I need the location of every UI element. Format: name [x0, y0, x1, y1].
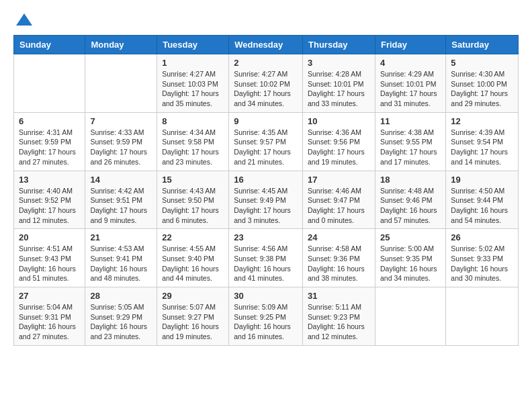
day-info: Sunrise: 4:43 AMSunset: 9:50 PMDaylight:…	[162, 186, 224, 226]
calendar-cell: 6Sunrise: 4:31 AMSunset: 9:59 PMDaylight…	[14, 112, 85, 171]
day-number: 1	[162, 58, 224, 68]
calendar-cell	[446, 287, 519, 346]
day-number: 23	[234, 232, 298, 242]
calendar-cell: 26Sunrise: 5:02 AMSunset: 9:33 PMDayligh…	[446, 229, 519, 287]
calendar-header-monday: Monday	[85, 36, 157, 54]
calendar-cell: 14Sunrise: 4:42 AMSunset: 9:51 PMDayligh…	[85, 171, 157, 229]
calendar-cell: 8Sunrise: 4:34 AMSunset: 9:58 PMDaylight…	[157, 112, 229, 171]
day-info: Sunrise: 4:27 AMSunset: 10:03 PMDaylight…	[162, 69, 224, 109]
day-info: Sunrise: 4:56 AMSunset: 9:38 PMDaylight:…	[234, 244, 298, 283]
calendar-cell	[14, 54, 85, 113]
day-number: 7	[90, 116, 152, 126]
calendar-cell: 28Sunrise: 5:05 AMSunset: 9:29 PMDayligh…	[85, 287, 157, 346]
day-info: Sunrise: 5:09 AMSunset: 9:25 PMDaylight:…	[234, 302, 298, 342]
calendar-cell: 3Sunrise: 4:28 AMSunset: 10:01 PMDayligh…	[303, 54, 375, 113]
logo	[13, 11, 34, 30]
calendar-header-wednesday: Wednesday	[229, 36, 303, 54]
calendar-week-2: 6Sunrise: 4:31 AMSunset: 9:59 PMDaylight…	[14, 112, 519, 171]
day-number: 21	[90, 232, 152, 242]
calendar-header-saturday: Saturday	[446, 36, 519, 54]
calendar-header-thursday: Thursday	[303, 36, 375, 54]
day-number: 5	[451, 58, 513, 68]
calendar-cell: 16Sunrise: 4:45 AMSunset: 9:49 PMDayligh…	[229, 171, 303, 229]
day-number: 9	[234, 116, 298, 126]
calendar-cell: 15Sunrise: 4:43 AMSunset: 9:50 PMDayligh…	[157, 171, 229, 229]
calendar-cell: 10Sunrise: 4:36 AMSunset: 9:56 PMDayligh…	[303, 112, 375, 171]
day-info: Sunrise: 4:53 AMSunset: 9:41 PMDaylight:…	[90, 244, 152, 283]
calendar-header-row: SundayMondayTuesdayWednesdayThursdayFrid…	[14, 36, 519, 54]
calendar-header-friday: Friday	[375, 36, 445, 54]
calendar-cell: 19Sunrise: 4:50 AMSunset: 9:44 PMDayligh…	[446, 171, 519, 229]
logo-icon	[15, 11, 34, 30]
day-number: 30	[234, 291, 298, 301]
calendar-cell	[85, 54, 157, 113]
calendar-cell: 22Sunrise: 4:55 AMSunset: 9:40 PMDayligh…	[157, 229, 229, 287]
day-info: Sunrise: 4:36 AMSunset: 9:56 PMDaylight:…	[308, 128, 370, 167]
calendar-cell	[375, 287, 445, 346]
day-number: 6	[19, 116, 80, 126]
calendar-cell: 29Sunrise: 5:07 AMSunset: 9:27 PMDayligh…	[157, 287, 229, 346]
svg-marker-0	[16, 13, 32, 26]
calendar-cell: 1Sunrise: 4:27 AMSunset: 10:03 PMDayligh…	[157, 54, 229, 113]
day-info: Sunrise: 5:02 AMSunset: 9:33 PMDaylight:…	[451, 244, 513, 283]
day-info: Sunrise: 4:40 AMSunset: 9:52 PMDaylight:…	[19, 186, 80, 226]
calendar-cell: 5Sunrise: 4:30 AMSunset: 10:00 PMDayligh…	[446, 54, 519, 113]
day-info: Sunrise: 4:48 AMSunset: 9:46 PMDaylight:…	[380, 186, 441, 226]
calendar-cell: 4Sunrise: 4:29 AMSunset: 10:01 PMDayligh…	[375, 54, 445, 113]
day-info: Sunrise: 4:46 AMSunset: 9:47 PMDaylight:…	[308, 186, 370, 226]
day-info: Sunrise: 4:58 AMSunset: 9:36 PMDaylight:…	[308, 244, 370, 283]
calendar-cell: 20Sunrise: 4:51 AMSunset: 9:43 PMDayligh…	[14, 229, 85, 287]
day-number: 31	[308, 291, 370, 301]
day-info: Sunrise: 4:34 AMSunset: 9:58 PMDaylight:…	[162, 128, 224, 167]
day-number: 14	[90, 175, 152, 185]
day-number: 19	[451, 175, 513, 185]
day-info: Sunrise: 5:05 AMSunset: 9:29 PMDaylight:…	[90, 302, 152, 342]
calendar-table: SundayMondayTuesdayWednesdayThursdayFrid…	[13, 35, 519, 346]
day-number: 24	[308, 232, 370, 242]
day-number: 13	[19, 175, 80, 185]
day-number: 15	[162, 175, 224, 185]
calendar-cell: 21Sunrise: 4:53 AMSunset: 9:41 PMDayligh…	[85, 229, 157, 287]
day-number: 20	[19, 232, 80, 242]
calendar-cell: 23Sunrise: 4:56 AMSunset: 9:38 PMDayligh…	[229, 229, 303, 287]
day-info: Sunrise: 4:45 AMSunset: 9:49 PMDaylight:…	[234, 186, 298, 226]
calendar-header-sunday: Sunday	[14, 36, 85, 54]
calendar-cell: 17Sunrise: 4:46 AMSunset: 9:47 PMDayligh…	[303, 171, 375, 229]
calendar-week-1: 1Sunrise: 4:27 AMSunset: 10:03 PMDayligh…	[14, 54, 519, 113]
day-number: 8	[162, 116, 224, 126]
day-number: 29	[162, 291, 224, 301]
calendar-header-tuesday: Tuesday	[157, 36, 229, 54]
day-number: 4	[380, 58, 441, 68]
calendar-cell: 25Sunrise: 5:00 AMSunset: 9:35 PMDayligh…	[375, 229, 445, 287]
day-info: Sunrise: 4:30 AMSunset: 10:00 PMDaylight…	[451, 69, 513, 109]
day-info: Sunrise: 5:07 AMSunset: 9:27 PMDaylight:…	[162, 302, 224, 342]
day-info: Sunrise: 4:31 AMSunset: 9:59 PMDaylight:…	[19, 128, 80, 167]
calendar-cell: 11Sunrise: 4:38 AMSunset: 9:55 PMDayligh…	[375, 112, 445, 171]
calendar-cell: 18Sunrise: 4:48 AMSunset: 9:46 PMDayligh…	[375, 171, 445, 229]
calendar-cell: 27Sunrise: 5:04 AMSunset: 9:31 PMDayligh…	[14, 287, 85, 346]
day-number: 16	[234, 175, 298, 185]
day-info: Sunrise: 4:29 AMSunset: 10:01 PMDaylight…	[380, 69, 441, 109]
day-info: Sunrise: 4:50 AMSunset: 9:44 PMDaylight:…	[451, 186, 513, 226]
calendar-cell: 13Sunrise: 4:40 AMSunset: 9:52 PMDayligh…	[14, 171, 85, 229]
day-info: Sunrise: 4:39 AMSunset: 9:54 PMDaylight:…	[451, 128, 513, 167]
day-number: 3	[308, 58, 370, 68]
calendar-cell: 31Sunrise: 5:11 AMSunset: 9:23 PMDayligh…	[303, 287, 375, 346]
calendar-week-5: 27Sunrise: 5:04 AMSunset: 9:31 PMDayligh…	[14, 287, 519, 346]
day-info: Sunrise: 4:38 AMSunset: 9:55 PMDaylight:…	[380, 128, 441, 167]
day-number: 25	[380, 232, 441, 242]
calendar-cell: 7Sunrise: 4:33 AMSunset: 9:59 PMDaylight…	[85, 112, 157, 171]
page-header	[13, 11, 519, 30]
calendar-cell: 9Sunrise: 4:35 AMSunset: 9:57 PMDaylight…	[229, 112, 303, 171]
calendar-cell: 30Sunrise: 5:09 AMSunset: 9:25 PMDayligh…	[229, 287, 303, 346]
day-info: Sunrise: 4:28 AMSunset: 10:01 PMDaylight…	[308, 69, 370, 109]
day-info: Sunrise: 5:11 AMSunset: 9:23 PMDaylight:…	[308, 302, 370, 342]
day-number: 27	[19, 291, 80, 301]
day-info: Sunrise: 4:35 AMSunset: 9:57 PMDaylight:…	[234, 128, 298, 167]
calendar-week-4: 20Sunrise: 4:51 AMSunset: 9:43 PMDayligh…	[14, 229, 519, 287]
day-info: Sunrise: 4:33 AMSunset: 9:59 PMDaylight:…	[90, 128, 152, 167]
calendar-week-3: 13Sunrise: 4:40 AMSunset: 9:52 PMDayligh…	[14, 171, 519, 229]
day-info: Sunrise: 4:27 AMSunset: 10:02 PMDaylight…	[234, 69, 298, 109]
calendar-cell: 12Sunrise: 4:39 AMSunset: 9:54 PMDayligh…	[446, 112, 519, 171]
day-number: 11	[380, 116, 441, 126]
